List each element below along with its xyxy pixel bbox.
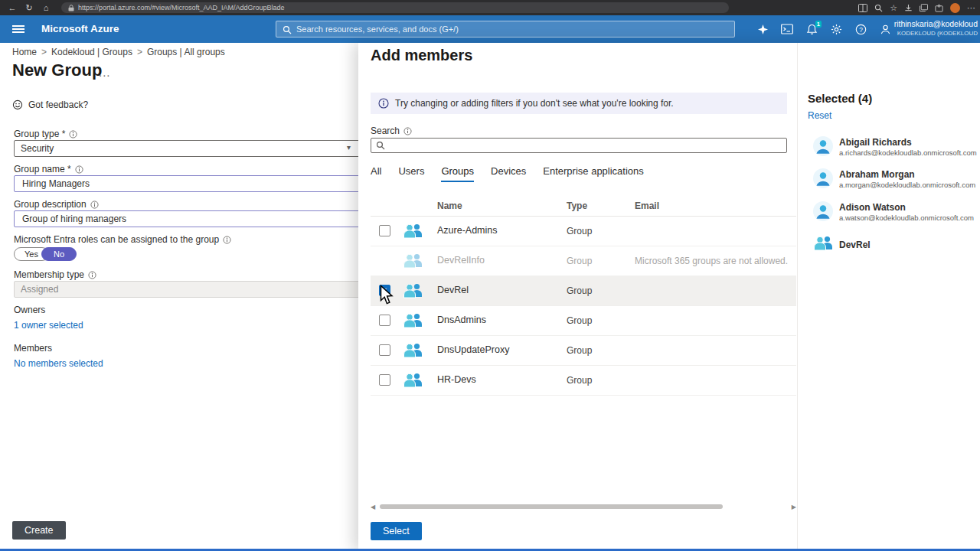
table-row-dnsadmins[interactable]: DnsAdmins Group <box>371 305 796 336</box>
got-feedback-label: Got feedback? <box>28 99 88 110</box>
row-type: Group <box>567 345 592 356</box>
search-icon[interactable] <box>874 4 883 12</box>
new-group-blade: Home>Kodekloud | Groups>Groups | All gro… <box>0 43 358 551</box>
group-icon <box>813 234 835 254</box>
scrollbar-track[interactable] <box>378 504 789 510</box>
selected-item-name: Abigail Richards <box>839 137 912 148</box>
selected-item-email: a.morgan@kodekloudlab.onmicrosoft.com <box>839 181 980 189</box>
split-screen-icon[interactable] <box>858 4 867 12</box>
row-name: Azure-Admins <box>437 225 498 236</box>
filter-tabs: All Users Groups Devices Enterprise appl… <box>371 165 644 182</box>
row-type: Group <box>567 285 592 296</box>
breadcrumb-groups[interactable]: Kodekloud | Groups <box>51 47 132 57</box>
back-icon[interactable]: ← <box>5 0 20 15</box>
breadcrumb-home[interactable]: Home <box>12 47 37 57</box>
group-name-input[interactable] <box>21 178 358 190</box>
row-checkbox-checked[interactable]: ✓ <box>379 285 390 296</box>
account-info[interactable]: rithinskaria@kodekloud KODEKLOUD (KODEKL… <box>894 19 978 37</box>
scroll-right-icon[interactable]: ▶ <box>792 504 796 510</box>
scroll-left-icon[interactable]: ◀ <box>371 504 375 510</box>
home-icon[interactable]: ⌂ <box>38 0 54 15</box>
global-search-input[interactable] <box>276 21 734 37</box>
group-type-value: Security <box>21 143 54 154</box>
collections-icon[interactable] <box>920 4 928 12</box>
members-selected-link[interactable]: No members selected <box>14 358 103 369</box>
reset-link[interactable]: Reset <box>808 110 831 121</box>
group-description-input[interactable] <box>21 213 358 225</box>
browser-menu-icon[interactable]: ⋯ <box>967 3 975 13</box>
selected-item-name: DevRel <box>839 240 871 250</box>
row-checkbox[interactable] <box>379 315 390 326</box>
column-name[interactable]: Name <box>437 201 462 211</box>
selected-item-name: Abraham Morgan <box>839 169 915 180</box>
global-search[interactable] <box>276 21 735 37</box>
notifications-bell-icon[interactable]: 1 <box>802 20 821 38</box>
group-description-field[interactable] <box>14 210 358 227</box>
selected-item[interactable]: DevRel <box>813 233 978 263</box>
column-type[interactable]: Type <box>567 201 587 211</box>
select-button[interactable]: Select <box>371 522 422 540</box>
horizontal-scrollbar[interactable]: ◀ ▶ <box>371 502 796 511</box>
tab-devices[interactable]: Devices <box>491 165 526 182</box>
azure-brand[interactable]: Microsoft Azure <box>41 23 119 34</box>
table-row-devrel[interactable]: ✓ DevRel Group <box>371 276 796 306</box>
user-avatar-icon <box>813 136 833 159</box>
row-name: HR-Devs <box>437 374 476 385</box>
tab-users[interactable]: Users <box>398 165 424 182</box>
group-name-field[interactable] <box>14 175 358 192</box>
downloads-icon[interactable] <box>904 4 913 12</box>
selected-count-title: Selected (4) <box>808 92 872 105</box>
info-icon <box>378 98 389 109</box>
hamburger-menu-icon[interactable] <box>12 25 24 27</box>
scrollbar-thumb[interactable] <box>380 504 723 509</box>
help-icon[interactable]: ? <box>851 20 870 38</box>
azure-header: Microsoft Azure 1 ? <box>0 15 980 43</box>
group-description-label: Group description <box>14 199 99 210</box>
row-checkbox[interactable] <box>379 374 390 386</box>
selected-item[interactable]: Abigail Richards a.richards@kodekloudlab… <box>813 135 978 165</box>
column-email[interactable]: Email <box>635 201 659 211</box>
breadcrumb-all-groups[interactable]: Groups | All groups <box>147 47 225 57</box>
tab-groups[interactable]: Groups <box>441 165 474 182</box>
got-feedback-link[interactable]: Got feedback? <box>12 99 88 110</box>
row-checkbox[interactable] <box>379 225 390 236</box>
extensions-icon[interactable] <box>935 4 943 12</box>
owners-selected-link[interactable]: 1 owner selected <box>14 320 83 331</box>
row-checkbox[interactable] <box>379 344 390 356</box>
selected-item-email: a.richards@kodekloudlab.onmicrosoft.com <box>839 148 980 157</box>
cloud-shell-icon[interactable] <box>778 20 796 38</box>
feedback-icon[interactable] <box>876 20 894 38</box>
selected-panel: Selected (4) Reset Abigail Richards a.ri… <box>797 43 980 551</box>
copilot-icon[interactable] <box>753 20 772 38</box>
tab-all[interactable]: All <box>371 165 381 182</box>
selected-item[interactable]: Abraham Morgan a.morgan@kodekloudlab.onm… <box>813 167 978 197</box>
favorites-star-icon[interactable]: ☆ <box>890 3 897 13</box>
azure-portal-screen: ← ↻ ⌂ https://portal.azure.com/#view/Mic… <box>0 0 980 551</box>
user-avatar-icon <box>813 168 833 191</box>
breadcrumb-separator: > <box>41 47 47 57</box>
notification-badge: 1 <box>815 21 822 28</box>
info-icon <box>75 165 83 174</box>
toggle-no-option[interactable]: No <box>41 247 77 261</box>
group-icon <box>403 371 424 391</box>
table-row-azure-admins[interactable]: Azure-Admins Group <box>371 216 796 246</box>
table-header: Name Type Email <box>371 196 796 217</box>
browser-toolbar-icons: ☆ ⋯ <box>858 3 975 13</box>
table-row-dnsupdateproxy[interactable]: DnsUpdateProxy Group <box>371 335 796 366</box>
browser-profile-avatar[interactable] <box>950 3 960 13</box>
selected-item[interactable]: Adison Watson a.watson@kodekloudlab.onmi… <box>813 200 978 230</box>
tab-enterprise-applications[interactable]: Enterprise applications <box>543 165 644 182</box>
row-name: DevRel <box>437 285 469 295</box>
members-search-box[interactable] <box>371 138 787 153</box>
table-row-hr-devs[interactable]: HR-Devs Group <box>371 365 796 396</box>
table-row-devrelinfo: DevRelInfo Group Microsoft 365 groups ar… <box>371 246 796 276</box>
group-type-dropdown[interactable]: Security ▾ <box>14 140 358 157</box>
create-button[interactable]: Create <box>12 521 66 540</box>
row-type: Group <box>567 315 592 326</box>
settings-gear-icon[interactable] <box>827 20 845 38</box>
refresh-icon[interactable]: ↻ <box>21 0 37 15</box>
address-bar[interactable]: https://portal.azure.com/#view/Microsoft… <box>61 2 729 13</box>
more-options-icon[interactable]: ... <box>99 66 111 79</box>
members-search-input[interactable] <box>390 139 782 152</box>
group-type-label: Group type * <box>14 129 77 139</box>
